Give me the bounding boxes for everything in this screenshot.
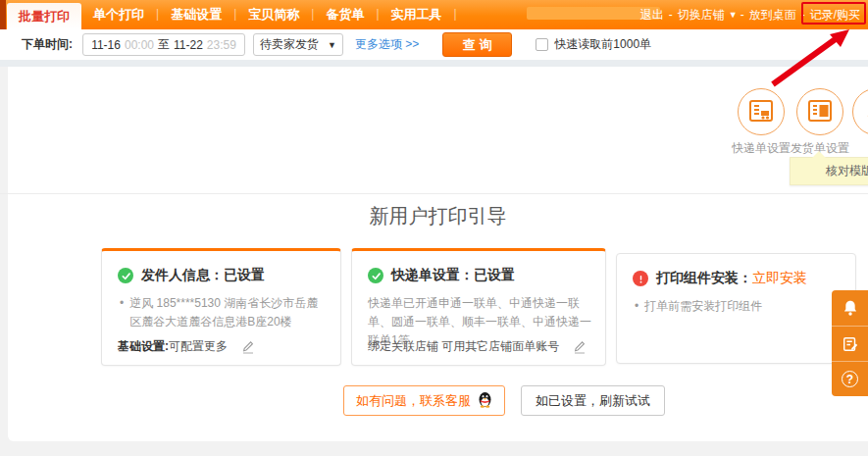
navbar-left-edge (0, 0, 6, 29)
top-navbar: 批量打印 单个打印 | 基础设置 | 宝贝简称 | 备货单 | 实用工具 | 退… (0, 0, 868, 29)
qq-penguin-icon (478, 391, 492, 411)
more-options-link[interactable]: 更多选项 >> (355, 36, 419, 53)
annotation-highlight-box (801, 2, 866, 25)
section-divider (0, 193, 868, 194)
contact-support-button[interactable]: 如有问题，联系客服 (343, 385, 505, 416)
question-mark-icon: ? (842, 371, 858, 387)
print-component-heading: 打印组件安装： 立即安装 (633, 270, 842, 287)
waybill-settings-card: 快递单设置： 已设置 快递单已开通申通一联单、中通快递一联单、圆通一联单、顺丰一… (351, 248, 606, 366)
print-component-body: • 打单前需安装打印组件 (633, 297, 842, 316)
order-time-label: 下单时间: (22, 36, 73, 53)
waybill-settings-status: 已设置 (474, 267, 515, 284)
guide-actions: 如有问题，联系客服 如已设置，刷新试试 (343, 385, 665, 416)
contact-support-label: 如有问题，联系客服 (356, 392, 471, 410)
clipped-settings-label: 高 (844, 140, 868, 157)
order-status-select[interactable]: 待卖家发货 ▼ (253, 33, 343, 56)
tab-separator: | (454, 0, 457, 29)
sender-info-card: 发件人信息： 已设置 • 逆风 185****5130 湖南省长沙市岳麓区麓谷大… (101, 248, 341, 366)
date-start: 11-16 (91, 38, 121, 52)
waybill-settings-footer: 绑定关联店铺 可用其它店铺面单账号 (368, 338, 587, 355)
order-status-selected-value: 待卖家发货 (260, 36, 328, 53)
bell-icon (842, 299, 859, 317)
tooltip-text: 核对模版. (826, 164, 868, 177)
install-now-link[interactable]: 立即安装 (752, 270, 807, 287)
date-end: 11-22 (174, 38, 203, 52)
switch-shop-link[interactable]: 切换店铺 (678, 7, 725, 24)
chevron-down-icon[interactable]: ▼ (729, 10, 738, 20)
range-to-label: 至 (158, 36, 170, 53)
tab-item-shortname[interactable]: 宝贝简称 (236, 0, 311, 29)
sender-info-title: 发件人信息： (141, 267, 224, 284)
date-range-input[interactable]: 11-16 00:00 至 11-22 23:59 (82, 33, 245, 56)
order-filter-bar: 下单时间: 11-16 00:00 至 11-22 23:59 待卖家发货 ▼ … (0, 29, 868, 60)
link-dash: - (740, 8, 744, 22)
alert-circle-icon (633, 271, 648, 286)
check-circle-icon (368, 268, 383, 283)
time-end: 23:59 (207, 38, 236, 52)
check-circle-icon (118, 268, 133, 283)
help-button[interactable]: ? (832, 361, 868, 396)
print-component-card: 打印组件安装： 立即安装 • 打单前需安装打印组件 (616, 253, 856, 364)
sender-info-status: 已设置 (224, 267, 265, 284)
refresh-button[interactable]: 如已设置，刷新试试 (521, 385, 665, 416)
query-button[interactable]: 查询 (442, 32, 512, 57)
chevron-down-icon: ▼ (328, 40, 336, 50)
link-dash: - (669, 8, 673, 22)
quick-read-label: 快速读取前1000单 (554, 36, 651, 53)
clipped-settings-icon[interactable] (852, 88, 868, 135)
tab-utilities[interactable]: 实用工具 (380, 0, 454, 29)
time-start: 00:00 (125, 38, 154, 52)
document-edit-icon (842, 335, 859, 353)
toolbar-divider (0, 60, 868, 67)
sender-info-body: • 逆风 185****5130 湖南省长沙市岳麓区麓谷大道麓谷信息港B座20楼 (118, 294, 327, 331)
edit-pencil-icon[interactable] (241, 339, 255, 354)
waybill-sheet-icon[interactable] (738, 88, 785, 135)
basic-settings-label: 基础设置: (118, 338, 169, 355)
print-component-text: 打单前需安装打印组件 (644, 297, 762, 316)
configure-more-label: 可配置更多 (169, 338, 228, 355)
clipped-settings-button[interactable]: 高 (844, 88, 868, 157)
sender-info-footer: 基础设置: 可配置更多 (118, 338, 255, 355)
shipping-note-icon[interactable] (796, 88, 843, 135)
tab-single-print[interactable]: 单个打印 (81, 0, 156, 29)
feedback-edit-button[interactable] (832, 326, 868, 361)
quick-read-option: 快速读取前1000单 (536, 36, 651, 53)
waybill-settings-title: 快递单设置： (391, 267, 474, 284)
waybill-settings-label: 快递单设置 (730, 140, 792, 157)
waybill-settings-button[interactable]: 快递单设置 (730, 88, 792, 157)
edit-pencil-icon[interactable] (573, 339, 587, 354)
main-panel: 快递单设置 发货单设置 高 (8, 67, 868, 441)
tab-batch-print[interactable]: 批量打印 (7, 3, 81, 29)
sender-address-text: 逆风 185****5130 湖南省长沙市岳麓区麓谷大道麓谷信息港B座20楼 (129, 294, 327, 331)
sender-info-heading: 发件人信息： 已设置 (118, 267, 327, 284)
notification-bell-button[interactable] (832, 290, 868, 326)
tab-stocking-list[interactable]: 备货单 (314, 0, 376, 29)
logout-link[interactable]: 退出 (640, 7, 664, 24)
tab-basic-settings[interactable]: 基础设置 (159, 0, 233, 29)
quick-read-checkbox[interactable] (536, 38, 548, 51)
bullet-dot: • (635, 297, 638, 316)
page-title: 新用户打印引导 (8, 203, 868, 229)
pin-to-desktop-link[interactable]: 放到桌面 (749, 7, 796, 24)
waybill-settings-heading: 快递单设置： 已设置 (368, 267, 591, 284)
shipping-note-settings-button[interactable]: 发货单设置 (789, 88, 851, 157)
print-component-title: 打印组件安装： (656, 270, 752, 287)
template-check-tooltip: 核对模版. (790, 157, 868, 185)
floating-side-toolbar: ? (832, 290, 868, 396)
bind-shop-label: 绑定关联店铺 可用其它店铺面单账号 (368, 338, 559, 355)
batch-print-app: 批量打印 单个打印 | 基础设置 | 宝贝简称 | 备货单 | 实用工具 | 退… (0, 0, 868, 456)
bullet-dot: • (120, 294, 124, 331)
